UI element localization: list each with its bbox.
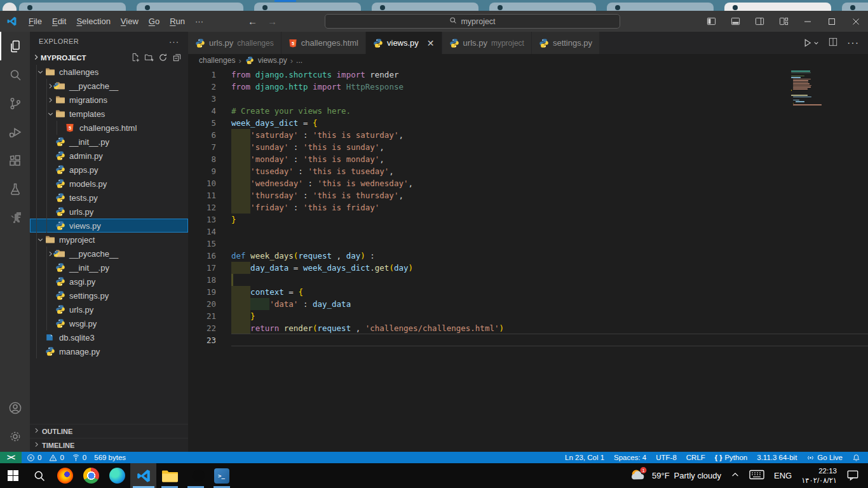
breadcrumb-item[interactable]: views.py — [258, 56, 287, 65]
code-line-content[interactable]: # Create your views here. — [231, 105, 868, 117]
code-line-content[interactable]: 'sunday' : 'this is sunday', — [231, 141, 868, 153]
code-line-content[interactable]: 'monday' : 'this is monday', — [231, 153, 868, 165]
taskbar-firefox-button[interactable] — [52, 463, 78, 488]
tree-item-settings-py[interactable]: settings.py — [30, 288, 188, 302]
code-line-content[interactable]: day_data = week_days_dict.get(day) — [231, 262, 868, 274]
activity-run-debug-icon[interactable] — [0, 118, 30, 146]
code-line-content[interactable]: from django.http import HttpResponse — [231, 81, 868, 93]
toggle-panel-icon[interactable] — [723, 11, 747, 32]
touch-keyboard-icon[interactable] — [749, 469, 764, 482]
editor-tab-views-py[interactable]: views.py✕ — [366, 32, 442, 54]
browser-tab[interactable] — [372, 3, 478, 11]
tree-item-challenges[interactable]: challenges — [30, 65, 188, 79]
language-indicator[interactable]: ENG — [774, 471, 792, 480]
customize-layout-icon[interactable] — [771, 11, 796, 32]
editor-tab-challenges-html[interactable]: 5challenges.html — [281, 32, 366, 54]
tree-item-apps-py[interactable]: apps.py — [30, 163, 188, 177]
browser-tab[interactable] — [842, 3, 868, 11]
breadcrumb[interactable]: challenges›views.py›... — [188, 54, 868, 67]
taskbar-edge-button[interactable] — [104, 463, 130, 488]
code-line-content[interactable]: } — [231, 310, 868, 322]
status-0[interactable]: 0 — [72, 454, 86, 462]
back-icon[interactable]: ← — [248, 16, 257, 27]
code-line-content[interactable]: 'data' : day_data — [231, 298, 868, 310]
menu-item-selection[interactable]: Selection — [71, 15, 115, 29]
tree-item-asgi-py[interactable]: asgi.py — [30, 274, 188, 288]
weather-widget[interactable]: 1 59°F Partly cloudy — [630, 466, 721, 485]
browser-tab[interactable] — [607, 3, 714, 11]
code-line-content[interactable]: from django.shortcuts import render — [231, 69, 868, 81]
tree-item-manage-py[interactable]: manage.py — [30, 344, 188, 358]
editor-tab-urls-py[interactable]: urls.pychallenges — [188, 32, 281, 54]
status-ln-23-col-1[interactable]: Ln 23, Col 1 — [565, 454, 604, 461]
toggle-secondary-sidebar-icon[interactable] — [747, 11, 771, 32]
menu-more-icon[interactable]: ··· — [190, 15, 208, 29]
status-569-bytes[interactable]: 569 bytes — [94, 454, 126, 461]
clock[interactable]: 22:13 ۱۴۰۲/۰۸/۲۱ — [801, 466, 837, 485]
activity-explorer-icon[interactable] — [0, 32, 30, 60]
code-line-content[interactable]: 'friday' : 'this is friday' — [231, 201, 868, 214]
taskbar-chrome-button[interactable] — [78, 463, 104, 488]
tree-item-models-py[interactable]: models.py — [30, 177, 188, 191]
taskbar-start-button[interactable] — [0, 463, 26, 488]
editor-tab-urls-py[interactable]: urls.pymyproject — [442, 32, 532, 54]
taskbar-vscode-button[interactable] — [130, 463, 156, 488]
tree-item-templates[interactable]: templates — [30, 107, 188, 121]
code-line-content[interactable] — [231, 93, 868, 105]
tree-item-tests-py[interactable]: tests.py — [30, 191, 188, 205]
activity-dino-icon[interactable] — [0, 203, 30, 232]
activity-extensions-icon[interactable] — [0, 146, 30, 175]
activity-source-control-icon[interactable] — [0, 89, 30, 118]
run-python-file-button[interactable] — [803, 38, 819, 48]
code-editor[interactable]: 1from django.shortcuts import render2fro… — [188, 67, 868, 452]
refresh-icon[interactable] — [158, 53, 168, 64]
tree-item-challenges-html[interactable]: 5challenges.html — [30, 121, 188, 135]
editor-more-actions-icon[interactable]: ··· — [847, 37, 859, 49]
code-line-content[interactable] — [231, 226, 868, 238]
code-line-content[interactable]: context = { — [231, 286, 868, 298]
menu-item-file[interactable]: File — [24, 15, 47, 29]
menu-item-edit[interactable]: Edit — [47, 15, 71, 29]
tree-item--init-py[interactable]: __init__.py — [30, 261, 188, 274]
code-line-content[interactable]: 'tuseday' : 'this is tuseday', — [231, 165, 868, 177]
remote-indicator[interactable]: >< — [0, 452, 22, 463]
activity-testing-icon[interactable] — [0, 175, 30, 203]
browser-tab[interactable] — [19, 3, 126, 11]
status-utf-8[interactable]: UTF-8 — [656, 454, 677, 461]
code-line-content[interactable] — [231, 334, 868, 346]
status-spaces-4[interactable]: Spaces: 4 — [614, 454, 646, 461]
code-line-content[interactable]: return render(request , 'challenges/chal… — [231, 322, 868, 334]
tree-item--pycache-[interactable]: __pycache__ — [30, 247, 188, 261]
browser-tab[interactable] — [724, 3, 831, 11]
command-center-search[interactable]: myproject — [325, 14, 620, 29]
forward-icon[interactable]: → — [268, 16, 277, 27]
collapse-folders-icon[interactable] — [172, 53, 182, 64]
tree-item-migrations[interactable]: migrations — [30, 93, 188, 107]
split-editor-icon[interactable] — [829, 37, 837, 49]
editor-tab-settings-py[interactable]: settings.py — [532, 32, 600, 54]
taskbar-explorer-button[interactable] — [156, 463, 182, 488]
settings-gear-icon[interactable] — [0, 422, 30, 451]
tree-item-urls-py[interactable]: urls.py — [30, 205, 188, 219]
explorer-more-icon[interactable]: ··· — [169, 37, 179, 46]
minimap[interactable] — [791, 71, 832, 107]
code-line-content[interactable] — [231, 238, 868, 250]
code-line-content[interactable]: 'wednesday' : 'this is wednesday', — [231, 177, 868, 189]
menu-item-go[interactable]: Go — [144, 15, 165, 29]
taskbar-search-button[interactable] — [26, 463, 52, 488]
status-go-live[interactable]: Go Live — [806, 454, 843, 462]
tray-chevron-up-icon[interactable] — [731, 470, 740, 481]
minimize-button[interactable] — [796, 11, 820, 32]
new-folder-icon[interactable] — [144, 53, 154, 64]
tree-item-myproject[interactable]: myproject — [30, 233, 188, 247]
close-button[interactable] — [844, 11, 868, 32]
code-line-content[interactable]: week_days_dict = { — [231, 117, 868, 129]
code-line-content[interactable]: 'saturday' : 'this is saturday', — [231, 129, 868, 141]
tree-item--init-py[interactable]: __init__.py — [30, 135, 188, 149]
breadcrumb-item[interactable]: ... — [296, 56, 302, 65]
code-line-content[interactable]: 'thursday' : 'this is thursday', — [231, 189, 868, 201]
account-icon[interactable] — [0, 393, 30, 422]
new-file-icon[interactable] — [130, 53, 140, 64]
sidebar-section-outline[interactable]: OUTLINE — [30, 424, 188, 438]
maximize-button[interactable] — [820, 11, 844, 32]
